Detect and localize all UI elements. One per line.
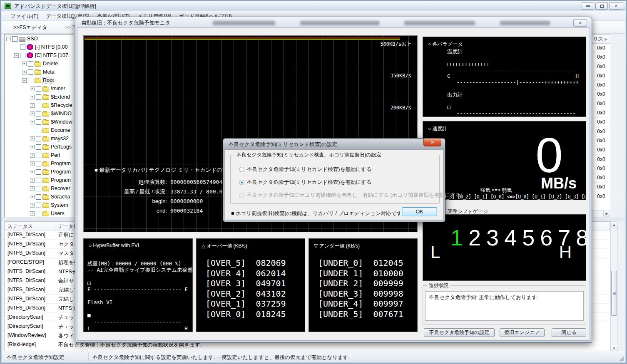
settings-button[interactable]: 不良セクタ危険予知の設定 xyxy=(424,328,495,337)
expand-plus-icon[interactable]: + xyxy=(30,203,35,208)
tree-item[interactable]: −[C] NTFS [107. xyxy=(5,51,74,59)
hex-list-item[interactable]: 0x0 xyxy=(592,72,610,81)
expand-plus-icon[interactable]: + xyxy=(22,62,27,66)
tree-checkbox[interactable] xyxy=(36,94,41,100)
minimize-button[interactable] xyxy=(582,2,594,10)
tree-checkbox[interactable] xyxy=(36,136,41,141)
menu-item-0[interactable]: ファイル(F) xyxy=(7,11,42,20)
collapse-minus-icon[interactable]: − xyxy=(14,53,19,58)
resize-grip[interactable] xyxy=(619,356,624,361)
tree-checkbox[interactable] xyxy=(28,78,33,83)
tree-item[interactable]: +PerfLogs xyxy=(5,143,74,151)
hex-list-item[interactable]: 0x0 xyxy=(592,127,610,136)
expand-plus-icon[interactable]: + xyxy=(30,103,35,108)
tree-checkbox[interactable] xyxy=(36,103,41,108)
toolbar-item-fs-editor[interactable]: >>FSエディタ xyxy=(13,24,47,31)
tree-item[interactable]: +$Recycle xyxy=(5,101,74,109)
tree-checkbox[interactable] xyxy=(36,194,41,200)
expand-plus-icon[interactable]: + xyxy=(30,87,35,91)
tree-item[interactable]: +Delete xyxy=(5,59,74,68)
tree-checkbox[interactable] xyxy=(36,111,41,116)
recovery-engineer-button[interactable]: 復旧エンジニア xyxy=(500,328,545,337)
scroll-up-arrow-icon[interactable]: ▲ xyxy=(611,222,617,228)
tree-checkbox[interactable] xyxy=(28,61,33,67)
radio-option[interactable]: 不良セクタ危険予知(ミリセカンド検査)を有効にする xyxy=(239,179,372,186)
scroll-right-arrow-icon[interactable]: ▶ xyxy=(603,210,610,217)
tree-item[interactable]: [-] NTFS [0.00 xyxy=(5,43,74,51)
expand-plus-icon[interactable]: + xyxy=(30,195,35,199)
tree-item[interactable]: +Soracha xyxy=(5,193,74,201)
expand-plus-icon[interactable]: + xyxy=(30,186,35,191)
tree-item[interactable]: −Root xyxy=(5,76,74,84)
collapse-minus-icon[interactable]: − xyxy=(22,78,27,83)
expand-plus-icon[interactable]: + xyxy=(30,95,35,99)
hex-list-item[interactable]: 0x0 xyxy=(592,155,610,164)
hex-list-item[interactable]: 0x0 xyxy=(592,90,610,99)
tree-item[interactable]: +Program xyxy=(5,159,74,168)
scrollbar-thumb[interactable] xyxy=(611,271,617,316)
table-vscrollbar[interactable]: ▲ ▼ xyxy=(610,221,618,352)
expand-plus-icon[interactable]: + xyxy=(30,178,35,183)
collapse-minus-icon[interactable]: − xyxy=(6,37,11,41)
settings-close-button[interactable]: ✕ xyxy=(423,139,441,146)
hex-list-item[interactable]: 0x0 xyxy=(592,192,610,201)
hex-list-item[interactable]: 0x0 xyxy=(592,62,610,72)
hex-list-item[interactable]: 0x0 xyxy=(592,53,610,62)
tree-item[interactable]: +$Window xyxy=(5,118,74,126)
tree-checkbox[interactable] xyxy=(36,119,41,125)
tree-checkbox[interactable] xyxy=(20,53,25,58)
tree-item[interactable]: +$Extend xyxy=(5,93,74,101)
tree-checkbox[interactable] xyxy=(36,128,41,133)
tree-checkbox[interactable] xyxy=(36,161,41,166)
tree-item[interactable]: +Users xyxy=(5,209,74,217)
tree-item[interactable]: Docume xyxy=(5,126,74,134)
hex-list-item[interactable]: 0x0 xyxy=(592,136,610,146)
tree-checkbox[interactable] xyxy=(12,36,17,42)
hex-list-item[interactable]: 0x0 xyxy=(592,81,610,90)
hex-list-header[interactable]: リスト xyxy=(592,35,610,44)
hex-list-item[interactable]: 0x0 xyxy=(592,118,610,127)
tree-item[interactable]: +!miner xyxy=(5,84,74,93)
tree-item[interactable]: +Meta xyxy=(5,68,74,76)
hex-list-hscrollbar[interactable]: ▶ xyxy=(592,210,610,217)
tree-checkbox[interactable] xyxy=(36,144,41,150)
expand-plus-icon[interactable]: + xyxy=(30,111,35,116)
monitor-close-button[interactable]: ✕ xyxy=(573,19,587,27)
tree-item[interactable]: +msys32 xyxy=(5,134,74,143)
expand-plus-icon[interactable]: + xyxy=(30,153,35,158)
expand-plus-icon[interactable]: + xyxy=(30,170,35,174)
tree-item[interactable]: +Program xyxy=(5,176,74,184)
expand-plus-icon[interactable]: + xyxy=(30,161,35,166)
tree-checkbox[interactable] xyxy=(36,86,41,92)
close-dialog-button[interactable]: 閉じる xyxy=(552,328,586,337)
tree-item[interactable]: +System xyxy=(5,201,74,209)
tree-checkbox[interactable] xyxy=(36,178,41,183)
tree-checkbox[interactable] xyxy=(28,69,33,75)
expand-plus-icon[interactable]: + xyxy=(22,70,27,74)
expand-plus-icon[interactable]: + xyxy=(30,211,35,216)
tree-item[interactable]: −SSD xyxy=(5,35,74,43)
tree-checkbox[interactable] xyxy=(36,203,41,208)
hex-list-item[interactable]: 0x0 xyxy=(592,44,610,53)
maximize-button[interactable] xyxy=(595,2,608,10)
ok-button[interactable]: OK xyxy=(402,207,437,216)
hex-list-item[interactable]: 0x0 xyxy=(592,173,610,183)
radio-option[interactable]: 不良セクタ危険予知(ミリセカンド検査)を無効にする xyxy=(239,166,372,173)
tree-item[interactable]: +Program xyxy=(5,168,74,176)
hex-list-item[interactable]: 0x0 xyxy=(592,164,610,173)
hex-list-item[interactable]: 0x0 xyxy=(592,99,610,109)
tree-checkbox[interactable] xyxy=(36,211,41,216)
hex-list-item[interactable]: 0x0 xyxy=(592,183,610,192)
hex-list-item[interactable]: 0x0 xyxy=(592,109,610,118)
column-header-status[interactable]: ステータス xyxy=(5,222,55,230)
hex-list-item[interactable]: 0x0 xyxy=(592,146,610,155)
tree-checkbox[interactable] xyxy=(36,169,41,175)
tree-checkbox[interactable] xyxy=(20,45,25,50)
expand-plus-icon[interactable]: + xyxy=(30,120,35,124)
tree-item[interactable]: +Recover xyxy=(5,184,74,193)
tree-item[interactable]: +$WINDO xyxy=(5,109,74,118)
tree-checkbox[interactable] xyxy=(36,153,41,158)
tree-checkbox[interactable] xyxy=(36,186,41,191)
expand-plus-icon[interactable]: + xyxy=(30,145,35,149)
tree-item[interactable]: +Perl xyxy=(5,151,74,159)
